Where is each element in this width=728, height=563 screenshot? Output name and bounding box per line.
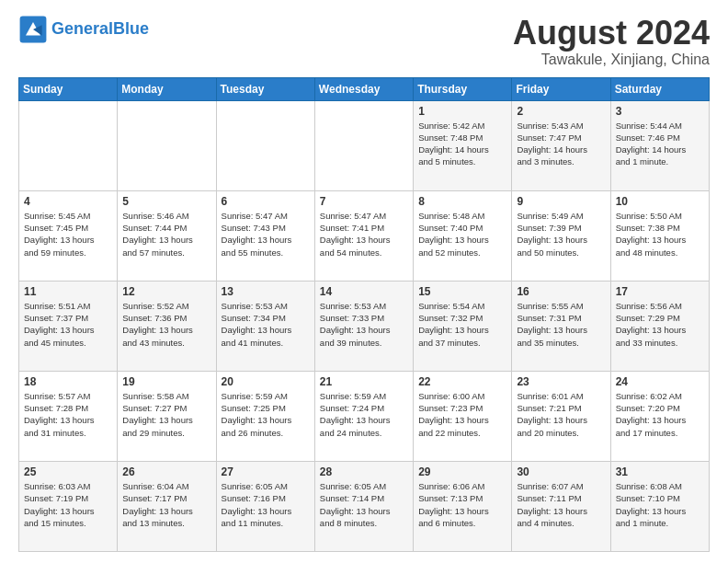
- calendar-day-header: Thursday: [414, 77, 512, 100]
- logo-text: GeneralBlue: [51, 20, 149, 39]
- day-info: Sunrise: 6:01 AM Sunset: 7:21 PM Dayligh…: [517, 390, 605, 439]
- day-number: 27: [222, 465, 310, 478]
- day-number: 28: [320, 465, 408, 478]
- day-info: Sunrise: 5:58 AM Sunset: 7:27 PM Dayligh…: [122, 390, 210, 439]
- day-number: 30: [517, 465, 605, 478]
- calendar-cell: 12Sunrise: 5:52 AM Sunset: 7:36 PM Dayli…: [118, 281, 216, 371]
- day-number: 3: [616, 105, 704, 118]
- day-info: Sunrise: 6:00 AM Sunset: 7:23 PM Dayligh…: [418, 390, 506, 439]
- calendar-cell: 18Sunrise: 5:57 AM Sunset: 7:28 PM Dayli…: [19, 371, 118, 461]
- day-number: 10: [616, 195, 704, 208]
- calendar-cell: 9Sunrise: 5:49 AM Sunset: 7:39 PM Daylig…: [512, 190, 610, 281]
- main-title: August 2024: [513, 15, 710, 52]
- day-number: 17: [616, 285, 704, 298]
- calendar-day-header: Friday: [512, 77, 610, 100]
- day-info: Sunrise: 6:06 AM Sunset: 7:13 PM Dayligh…: [418, 480, 506, 529]
- calendar-day-header: Wednesday: [314, 77, 413, 100]
- calendar-cell: 31Sunrise: 6:08 AM Sunset: 7:10 PM Dayli…: [610, 461, 709, 551]
- calendar-cell: 2Sunrise: 5:43 AM Sunset: 7:47 PM Daylig…: [512, 100, 610, 190]
- day-number: 20: [222, 375, 310, 388]
- day-number: 25: [24, 465, 112, 478]
- calendar-cell: [118, 100, 216, 190]
- calendar-day-header: Tuesday: [216, 77, 314, 100]
- day-info: Sunrise: 5:43 AM Sunset: 7:47 PM Dayligh…: [517, 120, 605, 168]
- logo-blue: Blue: [113, 19, 149, 38]
- page: GeneralBlue August 2024 Tawakule, Xinjia…: [0, 0, 728, 563]
- calendar-week-row: 11Sunrise: 5:51 AM Sunset: 7:37 PM Dayli…: [19, 281, 710, 371]
- day-number: 19: [122, 375, 210, 388]
- day-info: Sunrise: 5:51 AM Sunset: 7:37 PM Dayligh…: [24, 300, 112, 349]
- day-info: Sunrise: 6:04 AM Sunset: 7:17 PM Dayligh…: [122, 480, 210, 529]
- calendar-cell: 30Sunrise: 6:07 AM Sunset: 7:11 PM Dayli…: [512, 461, 610, 551]
- day-number: 31: [616, 465, 704, 478]
- calendar-cell: 20Sunrise: 5:59 AM Sunset: 7:25 PM Dayli…: [216, 371, 314, 461]
- day-number: 6: [222, 195, 310, 208]
- calendar-cell: 6Sunrise: 5:47 AM Sunset: 7:43 PM Daylig…: [216, 190, 314, 281]
- day-info: Sunrise: 5:53 AM Sunset: 7:34 PM Dayligh…: [222, 300, 310, 349]
- day-info: Sunrise: 5:54 AM Sunset: 7:32 PM Dayligh…: [418, 300, 506, 349]
- day-info: Sunrise: 5:50 AM Sunset: 7:38 PM Dayligh…: [616, 210, 704, 259]
- day-info: Sunrise: 5:56 AM Sunset: 7:29 PM Dayligh…: [616, 300, 704, 349]
- calendar-cell: 3Sunrise: 5:44 AM Sunset: 7:46 PM Daylig…: [610, 100, 709, 190]
- calendar-cell: 14Sunrise: 5:53 AM Sunset: 7:33 PM Dayli…: [314, 281, 413, 371]
- calendar-cell: 26Sunrise: 6:04 AM Sunset: 7:17 PM Dayli…: [118, 461, 216, 551]
- calendar-cell: 21Sunrise: 5:59 AM Sunset: 7:24 PM Dayli…: [314, 371, 413, 461]
- day-number: 21: [320, 375, 408, 388]
- day-info: Sunrise: 5:47 AM Sunset: 7:41 PM Dayligh…: [320, 210, 408, 259]
- day-number: 16: [517, 285, 605, 298]
- logo-general: General: [51, 19, 113, 38]
- calendar-week-row: 18Sunrise: 5:57 AM Sunset: 7:28 PM Dayli…: [19, 371, 710, 461]
- logo: GeneralBlue: [18, 15, 149, 44]
- day-number: 14: [320, 285, 408, 298]
- day-number: 5: [122, 195, 210, 208]
- day-number: 23: [517, 375, 605, 388]
- day-number: 11: [24, 285, 112, 298]
- day-number: 2: [517, 105, 605, 118]
- day-info: Sunrise: 6:08 AM Sunset: 7:10 PM Dayligh…: [616, 480, 704, 529]
- day-info: Sunrise: 5:57 AM Sunset: 7:28 PM Dayligh…: [24, 390, 112, 439]
- day-info: Sunrise: 5:47 AM Sunset: 7:43 PM Dayligh…: [222, 210, 310, 259]
- calendar-cell: 7Sunrise: 5:47 AM Sunset: 7:41 PM Daylig…: [314, 190, 413, 281]
- calendar-cell: 4Sunrise: 5:45 AM Sunset: 7:45 PM Daylig…: [19, 190, 118, 281]
- title-block: August 2024 Tawakule, Xinjiang, China: [513, 15, 710, 68]
- calendar-cell: 25Sunrise: 6:03 AM Sunset: 7:19 PM Dayli…: [19, 461, 118, 551]
- day-info: Sunrise: 5:42 AM Sunset: 7:48 PM Dayligh…: [418, 120, 506, 168]
- logo-icon: [18, 15, 48, 44]
- day-info: Sunrise: 5:59 AM Sunset: 7:24 PM Dayligh…: [320, 390, 408, 439]
- day-info: Sunrise: 5:59 AM Sunset: 7:25 PM Dayligh…: [222, 390, 310, 439]
- calendar-cell: 27Sunrise: 6:05 AM Sunset: 7:16 PM Dayli…: [216, 461, 314, 551]
- calendar-cell: 16Sunrise: 5:55 AM Sunset: 7:31 PM Dayli…: [512, 281, 610, 371]
- day-info: Sunrise: 5:49 AM Sunset: 7:39 PM Dayligh…: [517, 210, 605, 259]
- calendar-cell: 11Sunrise: 5:51 AM Sunset: 7:37 PM Dayli…: [19, 281, 118, 371]
- calendar-week-row: 4Sunrise: 5:45 AM Sunset: 7:45 PM Daylig…: [19, 190, 710, 281]
- day-number: 29: [418, 465, 506, 478]
- day-info: Sunrise: 6:05 AM Sunset: 7:16 PM Dayligh…: [222, 480, 310, 529]
- header: GeneralBlue August 2024 Tawakule, Xinjia…: [18, 15, 710, 68]
- calendar-cell: 1Sunrise: 5:42 AM Sunset: 7:48 PM Daylig…: [414, 100, 512, 190]
- sub-title: Tawakule, Xinjiang, China: [513, 52, 710, 68]
- calendar-cell: 15Sunrise: 5:54 AM Sunset: 7:32 PM Dayli…: [414, 281, 512, 371]
- day-number: 7: [320, 195, 408, 208]
- day-info: Sunrise: 5:55 AM Sunset: 7:31 PM Dayligh…: [517, 300, 605, 349]
- calendar-table: SundayMondayTuesdayWednesdayThursdayFrid…: [18, 77, 710, 552]
- day-number: 18: [24, 375, 112, 388]
- calendar-cell: 17Sunrise: 5:56 AM Sunset: 7:29 PM Dayli…: [610, 281, 709, 371]
- calendar-cell: 8Sunrise: 5:48 AM Sunset: 7:40 PM Daylig…: [414, 190, 512, 281]
- calendar-day-header: Monday: [118, 77, 216, 100]
- day-info: Sunrise: 6:03 AM Sunset: 7:19 PM Dayligh…: [24, 480, 112, 529]
- calendar-cell: [314, 100, 413, 190]
- day-number: 9: [517, 195, 605, 208]
- day-number: 13: [222, 285, 310, 298]
- day-info: Sunrise: 5:44 AM Sunset: 7:46 PM Dayligh…: [616, 120, 704, 168]
- calendar-cell: 10Sunrise: 5:50 AM Sunset: 7:38 PM Dayli…: [610, 190, 709, 281]
- calendar-cell: [19, 100, 118, 190]
- calendar-cell: [216, 100, 314, 190]
- day-info: Sunrise: 6:02 AM Sunset: 7:20 PM Dayligh…: [616, 390, 704, 439]
- day-number: 1: [418, 105, 506, 118]
- calendar-header-row: SundayMondayTuesdayWednesdayThursdayFrid…: [19, 77, 710, 100]
- day-number: 4: [24, 195, 112, 208]
- day-info: Sunrise: 6:05 AM Sunset: 7:14 PM Dayligh…: [320, 480, 408, 529]
- calendar-day-header: Sunday: [19, 77, 118, 100]
- day-info: Sunrise: 5:45 AM Sunset: 7:45 PM Dayligh…: [24, 210, 112, 259]
- calendar-day-header: Saturday: [610, 77, 709, 100]
